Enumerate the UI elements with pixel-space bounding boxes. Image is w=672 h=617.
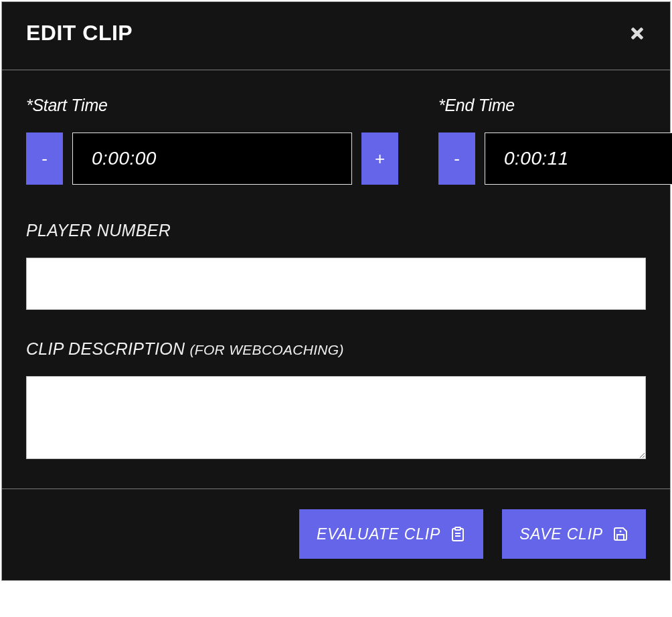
modal-title: EDIT CLIP	[26, 21, 133, 46]
start-time-minus-button[interactable]: -	[26, 133, 63, 185]
modal-body: *Start Time - + *End Time - + PLAYER NUM…	[2, 70, 670, 489]
clip-description-label-main: CLIP DESCRIPTION	[26, 339, 190, 358]
clip-description-label: CLIP DESCRIPTION (FOR WEBCOACHING)	[26, 339, 646, 359]
save-clip-label: SAVE CLIP	[519, 525, 603, 543]
close-icon	[628, 25, 646, 42]
clip-description-block: CLIP DESCRIPTION (FOR WEBCOACHING)	[26, 339, 646, 462]
modal-footer: EVALUATE CLIP SAVE CLIP	[2, 489, 670, 580]
svg-point-3	[620, 531, 622, 533]
svg-rect-0	[455, 527, 460, 530]
player-number-label: PLAYER NUMBER	[26, 221, 646, 240]
end-time-input[interactable]	[485, 133, 672, 185]
start-time-group: *Start Time - +	[26, 96, 398, 185]
start-time-label: *Start Time	[26, 96, 398, 115]
evaluate-clip-label: EVALUATE CLIP	[317, 525, 440, 543]
end-time-stepper: - +	[438, 133, 672, 185]
end-time-minus-button[interactable]: -	[438, 133, 475, 185]
start-time-plus-button[interactable]: +	[361, 133, 398, 185]
save-clip-button[interactable]: SAVE CLIP	[502, 509, 646, 559]
close-button[interactable]	[628, 25, 646, 42]
player-number-input[interactable]	[26, 258, 646, 310]
end-time-group: *End Time - +	[438, 96, 672, 185]
end-time-label: *End Time	[438, 96, 672, 115]
start-time-stepper: - +	[26, 133, 398, 185]
start-time-input[interactable]	[72, 133, 352, 185]
evaluate-clip-button[interactable]: EVALUATE CLIP	[299, 509, 483, 559]
save-icon	[612, 526, 628, 542]
modal-header: EDIT CLIP	[2, 2, 670, 70]
clip-description-input[interactable]	[26, 376, 646, 459]
time-row: *Start Time - + *End Time - +	[26, 96, 646, 185]
edit-clip-modal: EDIT CLIP *Start Time - + *End Time -	[1, 1, 671, 581]
clip-description-label-sub: (FOR WEBCOACHING)	[190, 342, 344, 357]
clipboard-icon	[450, 526, 466, 542]
player-number-block: PLAYER NUMBER	[26, 221, 646, 310]
